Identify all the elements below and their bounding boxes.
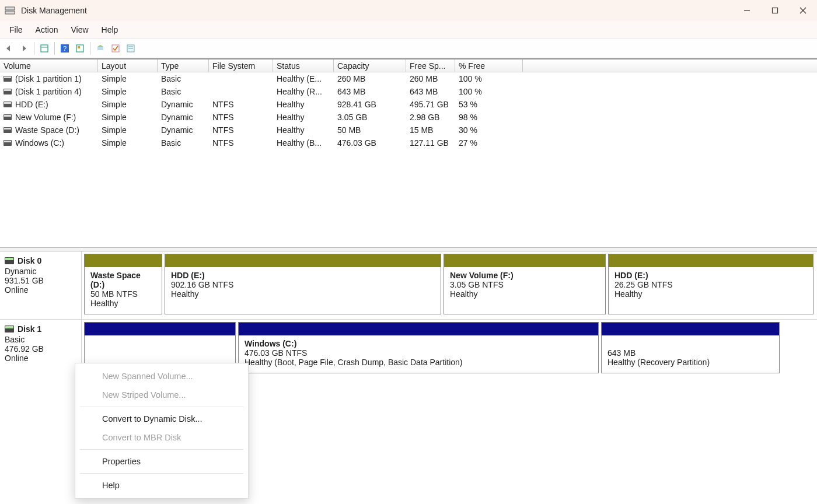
maximize-button[interactable]	[761, 0, 789, 21]
ctx-separator	[80, 449, 243, 450]
volume-name: (Disk 1 partition 1)	[15, 74, 82, 83]
toolbar-separator	[54, 42, 55, 55]
back-button[interactable]	[2, 42, 15, 55]
partition[interactable]: HDD (E:)26.25 GB NTFSHealthy	[608, 254, 813, 314]
col-filesystem[interactable]: File System	[209, 60, 273, 72]
cell-capacity: 260 MB	[334, 74, 406, 83]
ctx-properties[interactable]: Properties	[75, 452, 248, 471]
forward-button[interactable]	[18, 42, 30, 55]
partition[interactable]: New Volume (F:)3.05 GB NTFSHealthy	[444, 254, 606, 314]
cell-capacity: 643 MB	[334, 87, 406, 96]
menu-view[interactable]: View	[65, 23, 94, 37]
cell-layout: Simple	[98, 125, 158, 135]
partition-name: Windows (C:)	[245, 339, 592, 348]
partition-color-bar	[165, 254, 441, 267]
cell-free: 643 MB	[406, 87, 455, 96]
cell-type: Dynamic	[158, 100, 209, 109]
toolbar-separator	[90, 42, 90, 55]
help-toolbar-button[interactable]: ?	[58, 42, 71, 55]
col-capacity[interactable]: Capacity	[334, 60, 406, 72]
col-volume[interactable]: Volume	[0, 60, 98, 72]
cell-status: Healthy	[273, 100, 334, 109]
cell-layout: Simple	[98, 113, 158, 122]
col-spacer	[523, 60, 817, 72]
svg-rect-0	[5, 7, 15, 10]
partition-size: 643 MB	[607, 348, 773, 358]
volume-row[interactable]: HDD (E:)SimpleDynamicNTFSHealthy928.41 G…	[0, 98, 817, 111]
partition[interactable]: Windows (C:)476.03 GB NTFSHealthy (Boot,…	[238, 322, 599, 373]
partition-size: 26.25 GB NTFS	[615, 280, 807, 289]
ctx-new-striped: New Striped Volume...	[75, 386, 248, 404]
col-type[interactable]: Type	[158, 60, 209, 72]
refresh-toolbar-button[interactable]	[94, 42, 107, 55]
cell-free: 495.71 GB	[406, 100, 455, 109]
disk-info[interactable]: Disk 1Basic476.92 GBOnline	[0, 320, 82, 378]
volume-row[interactable]: (Disk 1 partition 4)SimpleBasicHealthy (…	[0, 85, 817, 98]
volume-icon	[4, 76, 12, 82]
svg-rect-13	[112, 45, 119, 52]
partition-color-bar	[602, 323, 779, 335]
ctx-new-spanned: New Spanned Volume...	[75, 367, 248, 386]
volume-icon	[4, 89, 12, 94]
volume-icon	[4, 127, 12, 133]
partition-name: HDD (E:)	[171, 271, 435, 280]
partition-size: 476.03 GB NTFS	[245, 348, 592, 358]
col-pctfree[interactable]: % Free	[455, 60, 523, 72]
partition-color-bar	[85, 323, 235, 335]
volume-row[interactable]: Waste Space (D:)SimpleDynamicNTFSHealthy…	[0, 124, 817, 136]
cell-type: Dynamic	[158, 125, 209, 135]
col-status[interactable]: Status	[273, 60, 334, 72]
cell-type: Basic	[158, 74, 209, 83]
volume-name: New Volume (F:)	[15, 113, 76, 122]
show-hide-tree-button[interactable]	[38, 42, 51, 55]
cell-pctfree: 30 %	[455, 125, 523, 135]
partition-status: Healthy	[90, 299, 156, 308]
menu-help[interactable]: Help	[96, 23, 124, 37]
disk-state: Online	[5, 354, 78, 363]
svg-rect-1	[5, 11, 15, 14]
volume-row[interactable]: New Volume (F:)SimpleDynamicNTFSHealthy3…	[0, 111, 817, 124]
cell-layout: Simple	[98, 100, 158, 109]
ctx-separator	[80, 407, 243, 407]
splitter[interactable]	[0, 247, 817, 251]
volume-name: HDD (E:)	[15, 100, 48, 109]
volume-name: Windows (C:)	[15, 138, 64, 148]
col-freespace[interactable]: Free Sp...	[406, 60, 455, 72]
cell-layout: Simple	[98, 138, 158, 148]
disk-info[interactable]: Disk 0Dynamic931.51 GBOnline	[0, 251, 82, 319]
partition-name: Waste Space (D:)	[90, 271, 156, 289]
disk-name: Disk 0	[18, 256, 41, 265]
partition-name: HDD (E:)	[615, 271, 807, 280]
partition-color-bar	[85, 254, 162, 267]
settings-toolbar-button[interactable]	[74, 42, 86, 55]
partition[interactable]: Waste Space (D:)50 MB NTFSHealthy	[84, 254, 162, 314]
toolbar: ?	[0, 38, 817, 58]
cell-type: Basic	[158, 138, 209, 148]
volume-row[interactable]: Windows (C:)SimpleBasicNTFSHealthy (B...…	[0, 136, 817, 149]
properties-toolbar-button[interactable]	[124, 42, 137, 55]
menu-action[interactable]: Action	[30, 23, 64, 37]
partition-size: 50 MB NTFS	[90, 289, 156, 299]
ctx-convert-dynamic[interactable]: Convert to Dynamic Disk...	[75, 410, 248, 428]
partition-name: New Volume (F:)	[450, 271, 599, 280]
cell-capacity: 476.03 GB	[334, 138, 406, 148]
titlebar: Disk Management	[0, 0, 817, 21]
svg-rect-11	[78, 46, 80, 48]
cell-layout: Simple	[98, 87, 158, 96]
volume-row[interactable]: (Disk 1 partition 1)SimpleBasicHealthy (…	[0, 72, 817, 85]
cell-type: Dynamic	[158, 113, 209, 122]
disk-type: Dynamic	[5, 267, 78, 276]
col-layout[interactable]: Layout	[98, 60, 158, 72]
minimize-button[interactable]	[733, 0, 761, 21]
rescan-toolbar-button[interactable]	[109, 42, 122, 55]
close-button[interactable]	[789, 0, 817, 21]
ctx-help[interactable]: Help	[75, 476, 248, 495]
partition[interactable]: HDD (E:)902.16 GB NTFSHealthy	[165, 254, 441, 314]
volume-icon	[4, 102, 12, 107]
partition[interactable]: 643 MBHealthy (Recovery Partition)	[601, 322, 780, 373]
menu-file[interactable]: File	[4, 23, 29, 37]
disk-graphical-view: Disk 0Dynamic931.51 GBOnlineWaste Space …	[0, 251, 817, 378]
context-menu: New Spanned Volume... New Striped Volume…	[75, 363, 249, 499]
cell-fs: NTFS	[209, 100, 273, 109]
cell-layout: Simple	[98, 74, 158, 83]
